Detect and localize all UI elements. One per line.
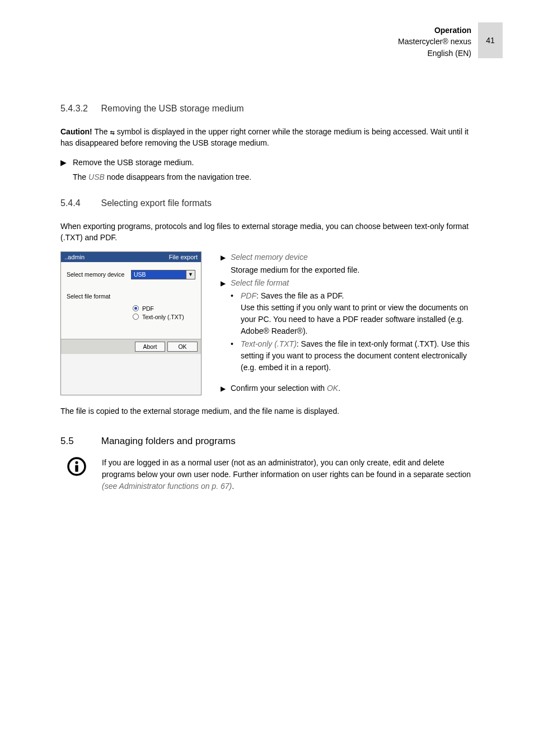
heading-5-5: 5.5 Managing folders and programs [60, 436, 474, 447]
info-icon [67, 457, 86, 476]
term-select-file-format: Select file format [231, 278, 289, 287]
triangle-bullet-icon: ▶ [221, 251, 231, 263]
dialog-body: Select memory device USB ▼ Select file f… [61, 262, 201, 339]
heading-title: Managing folders and programs [101, 436, 236, 446]
radio-icon [133, 305, 139, 311]
term-select-memory-device: Select memory device [231, 253, 308, 262]
header-language: English (EN) [398, 48, 471, 59]
usb-activity-icon: ⇆ [110, 127, 114, 138]
heading-number: 5.4.4 [60, 198, 99, 208]
usb-node-label: USB [88, 172, 105, 181]
cross-reference: (see Administrator functions on p. 67) [102, 482, 232, 491]
triangle-bullet-icon: ▶ [221, 382, 231, 394]
step-remove-usb: ▶ Remove the USB storage medium. [60, 157, 474, 168]
memory-device-value: USB [132, 270, 186, 279]
memory-device-select[interactable]: USB ▼ [131, 270, 195, 279]
header-product: Mastercycler® nexus [398, 36, 471, 47]
file-copied-paragraph: The file is copied to the external stora… [60, 405, 474, 417]
dialog-button-bar: Abort OK [61, 339, 201, 354]
page-number: 41 [486, 36, 495, 45]
bullet-dot-icon: • [231, 338, 241, 374]
info-text: If you are logged in as a normal user (n… [102, 457, 474, 492]
page-number-tab: 41 [478, 22, 503, 58]
dialog-titlebar: ..admin File export [61, 252, 201, 262]
pdf-option-description: PDF: Saves the file as a PDF. Use this s… [241, 290, 474, 337]
radio-icon [133, 314, 139, 320]
caution-paragraph: Caution! The ⇆ symbol is displayed in th… [60, 126, 474, 149]
label-select-memory-device: Select memory device [67, 271, 131, 278]
heading-5-4-3-2: 5.4.3.2 Removing the USB storage medium [60, 104, 474, 114]
header-section: Operation [398, 25, 471, 36]
heading-number: 5.4.3.2 [60, 104, 99, 114]
triangle-bullet-icon: ▶ [221, 277, 231, 289]
dialog-title: File export [169, 254, 198, 260]
dropdown-arrow-icon: ▼ [186, 270, 195, 279]
file-export-dialog-screenshot: ..admin File export Select memory device… [60, 251, 202, 395]
file-format-radio-group: PDF Text-only (.TXT) [133, 305, 195, 320]
radio-option-pdf[interactable]: PDF [133, 305, 195, 312]
page-content: 5.4.3.2 Removing the USB storage medium … [60, 104, 474, 492]
step-remove-usb-result: The USB node disappears from the navigat… [73, 171, 474, 183]
export-intro-paragraph: When exporting programs, protocols and l… [60, 221, 474, 244]
confirm-step: Confirm your selection with OK. [231, 382, 474, 394]
explanation-column: ▶ Select memory device Storage medium fo… [221, 251, 474, 395]
label-select-file-format: Select file format [67, 293, 131, 300]
heading-title: Selecting export file formats [101, 198, 211, 208]
caution-label: Caution! [60, 127, 92, 136]
heading-title: Removing the USB storage medium [101, 104, 243, 113]
txt-option-description: Text-only (.TXT): Saves the file in text… [241, 338, 474, 374]
page-header: Operation Mastercycler® nexus English (E… [398, 25, 471, 59]
heading-5-4-4: 5.4.4 Selecting export file formats [60, 198, 474, 208]
bullet-dot-icon: • [231, 290, 241, 337]
svg-rect-2 [75, 465, 78, 472]
radio-option-txt[interactable]: Text-only (.TXT) [133, 314, 195, 320]
svg-point-1 [75, 461, 78, 464]
heading-number: 5.5 [60, 436, 99, 447]
desc-select-memory-device: Storage medium for the exported file. [231, 264, 474, 276]
dialog-path: ..admin [64, 254, 85, 260]
triangle-bullet-icon: ▶ [60, 157, 73, 168]
abort-button[interactable]: Abort [135, 342, 165, 352]
ok-button[interactable]: OK [167, 342, 198, 352]
info-note: If you are logged in as a normal user (n… [60, 457, 474, 492]
